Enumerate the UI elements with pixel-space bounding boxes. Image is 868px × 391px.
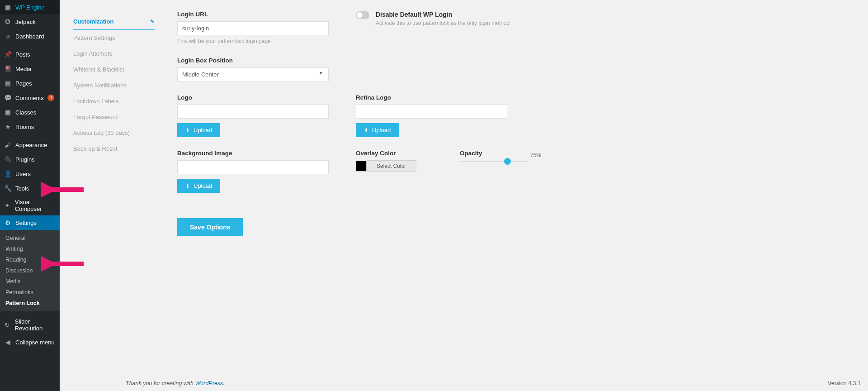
sidebar-item-label: Settings bbox=[15, 219, 37, 226]
refresh2-icon: ↻ bbox=[4, 321, 11, 329]
upload-label: Upload bbox=[372, 127, 391, 134]
retina-logo-input[interactable] bbox=[356, 105, 507, 119]
submenu-writing[interactable]: Writing bbox=[0, 243, 60, 254]
submenu-permalinks[interactable]: Permalinks bbox=[0, 287, 60, 298]
sidebar-item-label: Users bbox=[15, 171, 31, 177]
opacity-slider-knob[interactable] bbox=[504, 158, 511, 165]
tab-lockdown-labels[interactable]: Lockdown Labels bbox=[73, 93, 155, 109]
overlay-color-swatch[interactable] bbox=[356, 161, 367, 172]
overlay-color-label: Overlay Color bbox=[356, 150, 433, 157]
user-icon: 👤 bbox=[4, 170, 12, 178]
upload-label: Upload bbox=[193, 127, 212, 134]
sidebar-item-dashboard[interactable]: ⌾Dashboard bbox=[0, 29, 60, 43]
tab-customization[interactable]: Customization ✎ bbox=[73, 14, 155, 30]
sidebar-item-wpengine[interactable]: ▦WP Engine bbox=[0, 0, 60, 14]
collapse-icon: ◀ bbox=[4, 338, 12, 346]
sidebar-item-settings[interactable]: ⚙Settings bbox=[0, 215, 60, 230]
logo-label: Logo bbox=[177, 94, 329, 101]
tab-backup-reset[interactable]: Back-up & Reset bbox=[73, 141, 155, 157]
save-options-button[interactable]: Save Options bbox=[177, 218, 243, 236]
sidebar-item-classes[interactable]: ▦Classes bbox=[0, 105, 60, 119]
comment-icon: 💬 bbox=[4, 94, 12, 102]
overlay-color-button[interactable]: Select Color bbox=[367, 160, 416, 172]
tab-forgot-password[interactable]: Forgot Password bbox=[73, 109, 155, 125]
form-panel: Login URL This will be your patternlock … bbox=[155, 0, 868, 391]
sidebar-item-label: Visual Composer bbox=[15, 199, 56, 212]
tab-system-notifications[interactable]: System Notifications bbox=[73, 77, 155, 93]
opacity-label: Opacity bbox=[460, 150, 541, 157]
logo-upload-button[interactable]: ⬆Upload bbox=[177, 123, 220, 137]
sidebar-item-sliderrevolution[interactable]: ↻Slider Revolution bbox=[0, 315, 60, 335]
pin-icon: 📌 bbox=[4, 50, 12, 58]
sidebar-item-label: Classes bbox=[15, 109, 36, 116]
sidebar-item-label: WP Engine bbox=[15, 4, 45, 11]
opacity-slider[interactable] bbox=[460, 161, 528, 162]
vc-icon: ✦ bbox=[4, 201, 11, 210]
bg-image-upload-button[interactable]: ⬆Upload bbox=[177, 179, 220, 193]
settings-tab-column: Customization ✎ Pattern Settings Login A… bbox=[60, 0, 155, 391]
sidebar-item-posts[interactable]: 📌Posts bbox=[0, 47, 60, 62]
bg-image-input[interactable] bbox=[177, 160, 329, 174]
sidebar-item-collapse[interactable]: ◀Collapse menu bbox=[0, 335, 60, 349]
tab-pattern-settings[interactable]: Pattern Settings bbox=[73, 30, 155, 46]
sidebar-item-appearance[interactable]: 🖌Appearance bbox=[0, 138, 60, 152]
star-icon: ★ bbox=[4, 123, 12, 131]
tab-whitelist-blacklist[interactable]: Whitelist & Blacklist bbox=[73, 62, 155, 77]
sidebar-item-pages[interactable]: ▤Pages bbox=[0, 76, 60, 91]
submenu-patternlock[interactable]: Pattern Lock bbox=[0, 298, 60, 309]
sidebar-item-label: Dashboard bbox=[15, 33, 44, 40]
tab-access-log[interactable]: Access Log (30 days) bbox=[73, 125, 155, 141]
disable-default-login-toggle[interactable] bbox=[356, 11, 369, 19]
submenu-discussion[interactable]: Discussion bbox=[0, 265, 60, 276]
admin-sidebar: ▦WP Engine ✪Jetpack ⌾Dashboard 📌Posts 🎴M… bbox=[0, 0, 60, 391]
upload-icon: ⬆ bbox=[185, 127, 190, 134]
bg-image-label: Background Image bbox=[177, 150, 329, 157]
submenu-general[interactable]: General bbox=[0, 233, 60, 243]
disable-default-login-label: Disable Default WP Login bbox=[376, 11, 509, 18]
sidebar-item-comments[interactable]: 💬Comments4 bbox=[0, 91, 60, 105]
refresh-icon: ✪ bbox=[4, 18, 12, 26]
sidebar-item-label: Posts bbox=[15, 51, 30, 58]
sidebar-item-label: Media bbox=[15, 66, 31, 72]
pencil-icon: ✎ bbox=[150, 19, 155, 25]
sidebar-item-media[interactable]: 🎴Media bbox=[0, 62, 60, 76]
sidebar-item-label: Tools bbox=[15, 185, 29, 192]
footer-wordpress-link[interactable]: WordPress bbox=[195, 380, 223, 386]
tab-login-attempts[interactable]: Login Attempts bbox=[73, 46, 155, 62]
page-icon: ▤ bbox=[4, 79, 12, 87]
sliders-icon: ⚙ bbox=[4, 219, 12, 227]
upload-label: Upload bbox=[193, 182, 212, 189]
footer: Thank you for creating with WordPress. V… bbox=[126, 380, 861, 386]
sidebar-item-label: Comments bbox=[15, 95, 44, 101]
login-url-input[interactable] bbox=[177, 21, 329, 35]
sidebar-item-jetpack[interactable]: ✪Jetpack bbox=[0, 14, 60, 29]
logo-input[interactable] bbox=[177, 105, 329, 119]
media-icon: 🎴 bbox=[4, 65, 12, 73]
footer-version: Version 4.3.1 bbox=[828, 380, 861, 386]
settings-submenu: General Writing Reading Discussion Media… bbox=[0, 230, 60, 311]
submenu-reading[interactable]: Reading bbox=[0, 254, 60, 265]
sidebar-item-plugins[interactable]: 🔌Plugins bbox=[0, 152, 60, 167]
disable-default-login-hint: Activate this to use patternlock as the … bbox=[376, 20, 509, 26]
sidebar-item-users[interactable]: 👤Users bbox=[0, 167, 60, 181]
tab-label: Customization bbox=[73, 18, 114, 25]
login-url-hint: This will be your patternlock login page bbox=[177, 38, 329, 44]
grid-icon: ▦ bbox=[4, 3, 12, 11]
gauge-icon: ⌾ bbox=[4, 32, 12, 40]
upload-icon: ⬆ bbox=[364, 127, 368, 134]
content-area: Customization ✎ Pattern Settings Login A… bbox=[60, 0, 868, 391]
sidebar-item-tools[interactable]: 🔧Tools bbox=[0, 181, 60, 196]
submenu-media[interactable]: Media bbox=[0, 276, 60, 287]
sidebar-item-visualcomposer[interactable]: ✦Visual Composer bbox=[0, 196, 60, 215]
upload-icon: ⬆ bbox=[185, 183, 190, 189]
plug-icon: 🔌 bbox=[4, 155, 12, 163]
login-box-position-select[interactable]: Middle Center bbox=[177, 67, 329, 81]
login-box-position-label: Login Box Position bbox=[177, 57, 845, 64]
sidebar-item-label: Jetpack bbox=[15, 19, 36, 25]
footer-thanks: Thank you for creating with WordPress. bbox=[126, 380, 225, 386]
retina-logo-upload-button[interactable]: ⬆Upload bbox=[356, 123, 399, 137]
sidebar-item-rooms[interactable]: ★Rooms bbox=[0, 119, 60, 134]
sidebar-item-label: Slider Revolution bbox=[15, 318, 56, 332]
wrench-icon: 🔧 bbox=[4, 184, 12, 192]
comments-badge: 4 bbox=[47, 95, 55, 101]
